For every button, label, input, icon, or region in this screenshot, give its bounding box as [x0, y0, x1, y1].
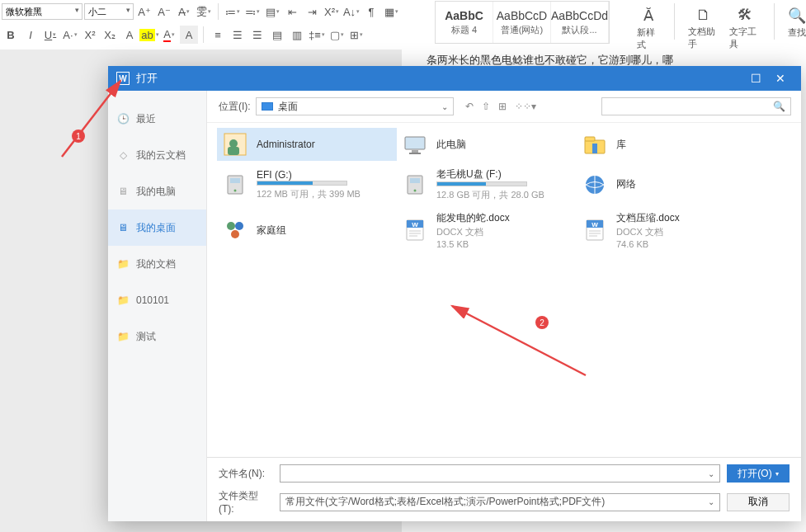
highlight-button[interactable]: ab [140, 26, 158, 44]
italic-button[interactable]: I [21, 26, 40, 44]
file-item[interactable]: 此电脑 [397, 128, 577, 161]
group-icon [222, 217, 248, 243]
drive-usage-bar [257, 181, 347, 186]
file-sub: 12.8 GB 可用，共 28.0 GB [436, 189, 544, 201]
find-button[interactable]: 🔍 查找 [788, 3, 806, 51]
borders-icon[interactable]: ⊞ [347, 26, 365, 44]
svg-text:W: W [412, 221, 418, 228]
change-case-icon[interactable]: A̶ [175, 2, 193, 21]
styles-drop-icon[interactable]: ▦ [382, 2, 400, 21]
file-item[interactable]: 家庭组 [217, 208, 397, 252]
line-spacing-icon[interactable]: ‡≡ [308, 26, 326, 44]
file-item[interactable]: Administrator [217, 128, 397, 161]
search-box[interactable]: 🔍 [601, 97, 791, 115]
file-item[interactable]: 库 [577, 128, 757, 161]
style-normal-web[interactable]: AaBbCcD 普通(网站) [493, 2, 551, 43]
sort2-icon[interactable]: A↓ [342, 2, 361, 21]
strike-button[interactable]: A· [61, 26, 79, 44]
svg-point-16 [227, 222, 235, 230]
font-shrink-icon[interactable]: A⁻ [155, 2, 173, 21]
doc-helper-button[interactable]: 🗋 文档助手 [688, 3, 719, 51]
app-logo-icon: W [116, 72, 130, 85]
sidebar-item-recent[interactable]: 🕒最近 [108, 101, 206, 137]
sidebar-item-cloud[interactable]: ◇我的云文档 [108, 137, 206, 173]
sidebar-item-computer[interactable]: 🖥我的电脑 [108, 173, 206, 210]
filetype-value: 常用文件(文字/Word格式;表格/Excel格式;演示/PowerPoint格… [285, 495, 708, 509]
number-list-icon[interactable]: ≕ [243, 2, 262, 21]
font-grow-icon[interactable]: A⁺ [135, 2, 153, 21]
dialog-title: 打开 [136, 71, 743, 86]
style-default[interactable]: AaBbCcDd 默认段... [551, 2, 609, 43]
svg-point-14 [414, 189, 417, 191]
file-item[interactable]: W能发电的蛇.docxDOCX 文档13.5 KB [397, 208, 577, 252]
document-text: 条两米长的黑色电鲶谁也不敢碰它，它游到哪儿，哪 [427, 54, 673, 66]
sidebar-item-folder-test[interactable]: 📁测试 [108, 318, 206, 355]
style-heading4[interactable]: AaBbC 标题 4 [436, 2, 493, 43]
style-label: 默认段... [562, 24, 596, 36]
file-item[interactable]: W文档压缩.docxDOCX 文档74.6 KB [577, 208, 757, 252]
char-shade-button[interactable]: A [180, 26, 198, 44]
align-left-icon[interactable]: ≡ [209, 26, 227, 44]
sidebar-item-label: 测试 [136, 330, 156, 344]
sidebar-item-label: 我的云文档 [136, 148, 186, 162]
view-mode-icon[interactable]: ⁘⁘▾ [515, 101, 536, 112]
filetype-select[interactable]: 常用文件(文字/Word格式;表格/Excel格式;演示/PowerPoint格… [280, 493, 720, 511]
cancel-button[interactable]: 取消 [727, 493, 790, 511]
font-name-select[interactable] [2, 3, 82, 20]
file-item[interactable]: 网络 [577, 164, 757, 205]
sidebar-item-documents[interactable]: 📁我的文档 [108, 246, 206, 282]
svg-point-11 [234, 189, 237, 191]
file-sub: 122 MB 可用，共 399 MB [257, 188, 361, 200]
filename-input[interactable]: ⌄ [280, 464, 720, 483]
docx-icon: W [582, 217, 608, 243]
drive-usage-bar [436, 181, 527, 186]
multilevel-icon[interactable]: ▤ [263, 2, 281, 21]
sidebar-item-folder-010101[interactable]: 📁010101 [108, 282, 206, 318]
filename-label: 文件名(N): [219, 467, 273, 481]
file-name: Administrator [257, 139, 315, 150]
align-right-icon[interactable]: ☰ [248, 26, 266, 44]
file-item[interactable]: 老毛桃U盘 (F:)12.8 GB 可用，共 28.0 GB [397, 164, 577, 205]
style-label: 标题 4 [451, 24, 477, 36]
font-effect-button[interactable]: A [120, 26, 139, 44]
close-button[interactable]: ✕ [768, 66, 793, 91]
maximize-button[interactable]: ☐ [743, 66, 768, 91]
sidebar-item-desktop[interactable]: 🖥我的桌面 [108, 210, 206, 246]
open-button-label: 打开(O) [738, 467, 771, 481]
font-color-button[interactable]: A [160, 26, 178, 44]
location-select[interactable]: 桌面 ⌄ [256, 97, 454, 115]
text-tools-button[interactable]: 🛠 文字工具 [729, 3, 761, 51]
align-center-icon[interactable]: ☰ [229, 26, 247, 44]
new-style-button[interactable]: Ᾰ 新样式 [637, 3, 661, 51]
shading-icon[interactable]: ▢ [328, 26, 346, 44]
user-icon [222, 131, 248, 158]
new-folder-icon[interactable]: ⊞ [498, 101, 507, 112]
net-icon [582, 172, 608, 198]
align-justify-icon[interactable]: ▤ [268, 26, 286, 44]
search-input[interactable] [607, 101, 773, 112]
filetype-label: 文件类型(T): [219, 489, 273, 515]
show-marks-icon[interactable]: ¶ [362, 2, 380, 21]
svg-point-17 [235, 222, 243, 230]
up-icon[interactable]: ⇧ [482, 101, 490, 112]
svg-rect-10 [230, 178, 240, 183]
annotation-badge-1: 1 [72, 129, 85, 143]
svg-rect-4 [412, 150, 418, 153]
font-size-select[interactable] [84, 3, 134, 20]
sup-button[interactable]: X₂ [101, 26, 119, 44]
indent-right-icon[interactable]: ⇥ [303, 2, 321, 21]
style-sample: AaBbCcDd [551, 9, 608, 22]
sub-button[interactable]: X² [81, 26, 99, 44]
back-icon[interactable]: ↶ [465, 101, 474, 112]
align-dist-icon[interactable]: ▥ [288, 26, 306, 44]
underline-button[interactable]: U [41, 26, 59, 44]
file-item[interactable]: EFI (G:)122 MB 可用，共 399 MB [217, 164, 397, 205]
open-button[interactable]: 打开(O) ▾ [727, 464, 790, 483]
file-name: 能发电的蛇.docx [436, 211, 510, 225]
indent-left-icon[interactable]: ⇤ [283, 2, 301, 21]
phonetic-icon[interactable]: 雯 [195, 2, 213, 21]
sort-icon[interactable]: X² [323, 2, 341, 21]
bold-button[interactable]: B [2, 26, 20, 44]
bullet-list-icon[interactable]: ≔ [224, 2, 242, 21]
file-type-label: DOCX 文档 [436, 226, 510, 238]
